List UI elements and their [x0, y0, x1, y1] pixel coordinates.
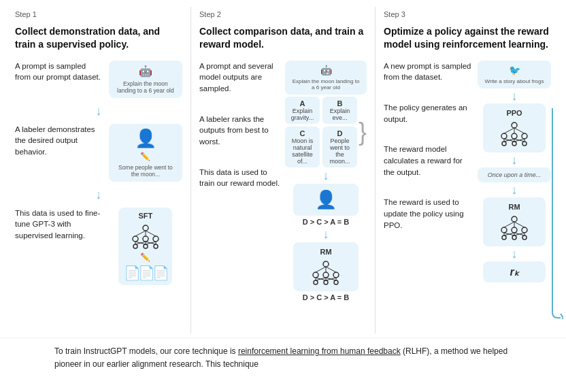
step2-rank1: D > C > A = B [303, 218, 350, 226]
step1-content: A prompt is sampled from our prompt data… [15, 61, 182, 285]
svg-point-18 [313, 272, 318, 278]
svg-point-1 [133, 236, 138, 242]
step3-column: Step 3 Optimize a policy against the rew… [376, 7, 559, 333]
arrow-s3-3: ↓ [512, 184, 518, 196]
output-d-text: People went to the moon... [327, 137, 353, 165]
step3-once-card: Once upon a time... [478, 167, 551, 182]
svg-point-37 [522, 133, 527, 139]
step2-texts: A prompt and several model outputs are s… [199, 61, 281, 189]
step3-rm-card: RM [483, 197, 546, 246]
network4-icon [497, 214, 531, 241]
robot2-icon: 🤖 [320, 65, 332, 76]
svg-line-24 [316, 267, 326, 272]
svg-point-17 [323, 261, 329, 267]
arrow-s3-4: ↓ [512, 248, 518, 260]
step1-visual3: SFT [109, 208, 182, 285]
arrow-s3-1: ↓ [512, 90, 518, 102]
network3-icon [497, 120, 531, 147]
footer-text: To train InstructGPT models, our core te… [0, 338, 566, 377]
step1-row3: This data is used to fine-tune GPT-3 wit… [15, 208, 182, 285]
arrow-s3-2: ↓ [512, 154, 518, 166]
edit-icon: ✏️ [140, 152, 150, 161]
step1-prompt-text: Explain the moon landing to a 6 year old [114, 80, 177, 94]
svg-line-41 [504, 128, 514, 133]
step2-visuals: 🤖 Explain the moon landing to a 6 year o… [285, 61, 367, 301]
arrow2: ↓ [96, 189, 102, 201]
svg-point-2 [143, 236, 148, 242]
svg-line-43 [514, 128, 525, 133]
step1-row2: A labeler demonstrates the desired outpu… [15, 124, 182, 182]
step2-title: Collect comparison data, and train a rew… [199, 25, 367, 51]
step1-text3: This data is used to fine-tune GPT-3 wit… [15, 208, 103, 242]
step2-rm-label: RM [320, 248, 331, 256]
step3-title: Optimize a policy against the reward mod… [384, 25, 551, 51]
arrow-s2-1: ↓ [323, 169, 329, 182]
step3-desc3: The reward model calculates a reward for… [384, 144, 473, 178]
svg-line-58 [504, 222, 514, 227]
output-a: A Explain gravity... [285, 97, 320, 124]
step2-prompt-card: 🤖 Explain the moon landing to a 6 year o… [285, 61, 367, 95]
svg-point-5 [144, 244, 148, 248]
svg-point-21 [314, 280, 318, 284]
step1-sft-label: SFT [139, 212, 153, 220]
step1-title: Collect demonstration data, and train a … [15, 25, 182, 51]
svg-point-23 [334, 280, 338, 284]
svg-point-22 [324, 280, 328, 284]
step1-prompt-card: 🤖 Explain the moon landing to a 6 year o… [109, 61, 182, 98]
step1-column: Step 1 Collect demonstration data, and t… [7, 7, 191, 333]
step2-desc1: A prompt and several model outputs are s… [199, 61, 281, 95]
step1-sft-card: SFT [118, 208, 172, 285]
step3-prompt-card: 🐦 Write a story about frogs [478, 61, 551, 88]
step1-desc3: This data is used to fine-tune GPT-3 wit… [15, 208, 103, 242]
step1-visual1: 🤖 Explain the moon landing to a 6 year o… [109, 61, 182, 98]
step3-desc2: The policy generates an output. [384, 102, 473, 125]
step2-rm-card: RM [293, 242, 359, 291]
svg-point-34 [512, 122, 517, 128]
output-c-text: Moon is natural satellite of... [289, 137, 316, 165]
step3-visuals: 🐦 Write a story about frogs ↓ PPO [478, 61, 551, 282]
letter-d: D [327, 129, 353, 137]
svg-point-35 [501, 133, 507, 139]
output-b-text: Explain eve... [327, 108, 353, 121]
step1-desc1: A prompt is sampled from our prompt data… [15, 61, 103, 83]
step1-row1: A prompt is sampled from our prompt data… [15, 61, 182, 98]
output-d: D People went to the moon... [322, 127, 357, 167]
step1-labeler-card: 👤 ✏️ Some people went to the moon... [109, 124, 182, 182]
letter-b: B [327, 99, 353, 108]
footer-link[interactable]: reinforcement learning from human feedba… [238, 346, 401, 356]
svg-point-38 [502, 142, 506, 146]
step3-label: Step 3 [384, 10, 551, 18]
letter-c: C [289, 129, 316, 137]
step2-column: Step 2 Collect comparison data, and trai… [191, 7, 376, 333]
svg-point-3 [153, 236, 159, 242]
svg-point-0 [143, 225, 148, 231]
step2-desc3: This data is used to train our reward mo… [199, 167, 281, 189]
svg-line-26 [326, 267, 336, 272]
brace-icon: } [359, 120, 367, 144]
bird-icon: 🐦 [509, 65, 520, 76]
svg-line-7 [135, 231, 146, 236]
svg-point-55 [502, 235, 506, 240]
step3-desc1: A new prompt is sampled from the dataset… [384, 61, 473, 83]
step3-texts: A new prompt is sampled from the dataset… [384, 61, 473, 231]
svg-point-20 [333, 272, 339, 278]
steps-row: Step 1 Collect demonstration data, and t… [0, 7, 566, 333]
edit2-icon: ✏️ [140, 252, 150, 262]
step2-labeler-card: 👤 [293, 184, 359, 216]
step3-desc4: The reward is used to update the policy … [384, 197, 473, 231]
svg-point-56 [512, 235, 516, 240]
step3-content: A new prompt is sampled from the dataset… [384, 61, 551, 282]
docs-icon: 📄📄📄 [124, 265, 167, 281]
svg-line-9 [146, 231, 156, 236]
step1-desc2: A labeler demonstrates the desired outpu… [15, 124, 103, 158]
step1-text2: A labeler demonstrates the desired outpu… [15, 124, 103, 158]
main-container: Step 1 Collect demonstration data, and t… [0, 0, 566, 384]
svg-point-39 [512, 142, 516, 146]
letter-a: A [289, 99, 316, 108]
svg-point-4 [133, 244, 137, 248]
labeler2-icon: 👤 [315, 189, 337, 210]
step2-desc2: A labeler ranks the outputs from best to… [199, 114, 281, 148]
svg-point-40 [522, 142, 527, 146]
output-a-text: Explain gravity... [289, 108, 316, 121]
step2-rank2: D > C > A = B [303, 293, 350, 301]
